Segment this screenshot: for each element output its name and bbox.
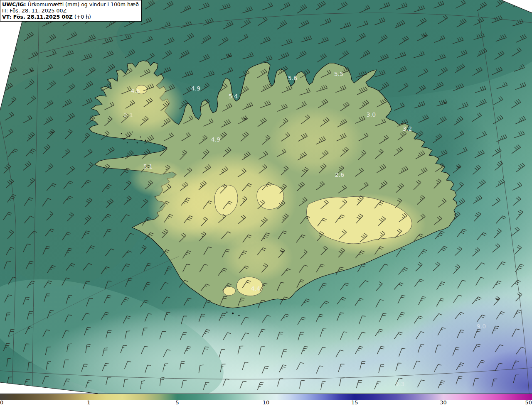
- station-value: 4.9: [191, 85, 200, 92]
- colorbar-tick: 50: [525, 399, 532, 406]
- station-value: 4.4: [251, 285, 260, 292]
- weather-map-frame: 4.62.14.95.44.95.65.53.03.25.12.64.49.09…: [0, 0, 532, 406]
- colorbar-tick: 15: [351, 399, 358, 406]
- station-value: 3.0: [367, 111, 376, 118]
- station-value: 4.9: [211, 136, 220, 143]
- station-value: 5.1: [143, 163, 153, 170]
- colorbar-tick: 30: [440, 399, 447, 406]
- legend-product-id: UWC/IG:: [2, 1, 26, 7]
- colorbar-tick: 1: [87, 399, 90, 406]
- colorbar-labels: 01510153050: [0, 400, 532, 406]
- colorbar-tick: 5: [175, 399, 179, 406]
- station-value: 9.3: [395, 381, 404, 387]
- legend-init-time: IT: Fös. 28. 11. 2025 00Z: [2, 7, 139, 14]
- station-value: 2.1: [124, 112, 133, 118]
- station-value: 3.2: [403, 125, 412, 132]
- station-value: 5.4: [229, 93, 238, 100]
- glacier-hofsjokull: [257, 184, 284, 209]
- weather-map: 4.62.14.95.44.95.65.53.03.25.12.64.49.09…: [0, 0, 532, 394]
- station-value: 4.6: [131, 88, 140, 94]
- station-value: 9.0: [477, 323, 486, 330]
- station-value: 5.5: [334, 71, 343, 77]
- colorbar-tick: 10: [263, 399, 270, 406]
- station-value: 5.6: [288, 75, 297, 81]
- legend-valid-time: VT: Fös. 28.11.2025 00Z (+0 h): [2, 14, 139, 20]
- colorbar-tick: 0: [0, 399, 3, 406]
- legend-product-line: UWC/IG: Úrkomumætti (mm) og vindur i 100…: [2, 1, 139, 7]
- glacier-eyjafjallajokull: [223, 287, 235, 296]
- station-value: 2.6: [335, 171, 344, 178]
- legend-box: UWC/IG: Úrkomumætti (mm) og vindur i 100…: [0, 0, 142, 22]
